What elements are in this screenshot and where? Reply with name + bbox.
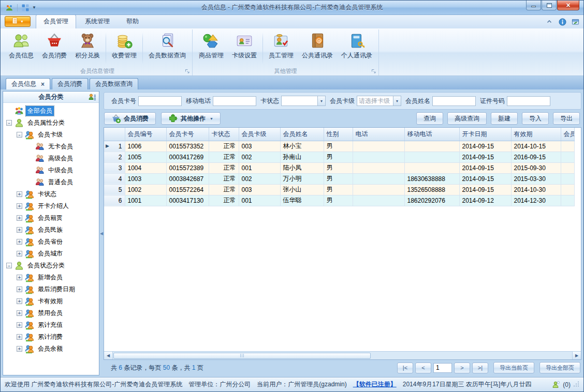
tree-item-member-attr-category[interactable]: -会员属性分类 [3,117,99,129]
expander-plus-icon[interactable]: + [17,334,22,340]
tree-item-senior-member[interactable]: 高级会员 [3,153,99,164]
row-header[interactable]: 6 [104,195,125,206]
grid-cell[interactable]: 2014-09-15 [459,184,511,195]
tree-item-member-balance[interactable]: +会员余额 [3,343,99,355]
tree-item-member-native-place[interactable]: +会员籍贯 [3,212,99,224]
grid-cell[interactable] [353,173,404,184]
points-exchange-button[interactable]: 积分兑换 [71,31,104,66]
grid-cell[interactable]: 1003 [125,173,166,184]
column-header-card-status[interactable]: 卡状态 [209,128,239,141]
column-header-open-card-date[interactable]: 开卡日期 [459,128,511,141]
grid-cell[interactable] [353,152,404,162]
tree-item-card-status[interactable]: +卡状态 [3,188,99,200]
grid-cell[interactable]: 001 [239,162,280,173]
grid-cell[interactable] [353,162,404,173]
grid-cell[interactable]: 2014-10-15 [511,141,561,152]
public-contacts-button[interactable]: @公共通讯录 [298,31,337,66]
expander-plus-icon[interactable]: + [17,287,22,292]
grid-cell[interactable] [404,152,459,162]
tree-item-last-consume-date[interactable]: +最后消费日期 [3,283,99,295]
advanced-query-button[interactable]: 高级查询 [447,112,487,125]
grid-cell[interactable]: 2014-10-30 [511,184,561,195]
tree-item-all-members[interactable]: 全部会员 [3,105,99,117]
grid-cell[interactable]: 正常 [209,141,239,152]
grid-cell[interactable] [353,184,404,195]
new-button[interactable]: 新建 [491,112,518,125]
table-row[interactable]: 410030003842687正常002万小明男186306388882014-… [104,173,574,184]
grid-cell[interactable] [561,173,574,184]
dropdown-arrow-icon[interactable]: ▼ [317,96,325,105]
dropdown-arrow-icon[interactable]: ▼ [393,96,401,105]
tree-item-member-card-level[interactable]: -会员卡级 [3,129,99,141]
tree-item-disabled-member[interactable]: +禁用会员 [3,307,99,319]
first-page-button[interactable]: |< [397,363,413,373]
grid-cell[interactable]: 2014-09-15 [459,173,511,184]
column-header-member-card-no[interactable]: 会员卡号 [166,128,209,141]
grid-cell[interactable] [561,195,574,206]
collapse-ribbon-icon[interactable] [546,18,553,26]
grid-cell[interactable]: 1005 [125,152,166,162]
grid-cell[interactable]: 2015-09-30 [511,162,561,173]
grid-cell[interactable] [353,195,404,206]
ribbon-tab-system-management[interactable]: 系统管理 [77,14,118,28]
tree-item-member-nation[interactable]: +会员民族 [3,224,99,236]
expander-plus-icon[interactable]: + [17,251,22,257]
row-header[interactable]: 2 [104,152,125,162]
grid-cell[interactable] [561,184,574,195]
card-status-combo[interactable]: ▼ [281,96,326,106]
expander-plus-icon[interactable]: + [17,346,22,352]
grid-cell[interactable] [404,162,459,173]
grid-cell[interactable]: 孙南山 [280,152,324,162]
table-row[interactable]: 610010003417130正常001伍华聪男186202920762014-… [104,195,574,206]
grid-cell[interactable]: 林小宝 [280,141,324,152]
grid-cell[interactable]: 1004 [125,162,166,173]
grid-cell[interactable]: 0003417130 [166,195,209,206]
grid-cell[interactable]: 万小明 [280,173,324,184]
card-level-setting-button[interactable]: 卡级设置 [228,31,261,66]
grid-cell[interactable]: 2014-09-15 [459,141,511,152]
grid-cell[interactable]: 正常 [209,162,239,173]
minimize-button[interactable] [526,1,541,10]
software-registered-link[interactable]: 【软件已注册】 [353,380,397,389]
close-button[interactable]: × [557,1,579,10]
ribbon-tab-member-management[interactable]: 会员管理 [36,14,76,28]
tree-item-member-status-category[interactable]: -会员状态分类 [3,260,99,272]
column-header-member-id[interactable]: 会员编号 [125,128,166,141]
resize-grip-icon[interactable] [573,381,579,388]
close-tab-icon[interactable]: × [41,82,45,87]
goods-management-button[interactable]: 商品管理 [195,31,228,66]
dialog-launcher-icon[interactable] [371,69,376,74]
column-header-member-card-level[interactable]: 会员卡级 [239,128,280,141]
member-name-input[interactable] [432,96,476,106]
info-icon[interactable] [559,18,566,26]
scroll-left-icon[interactable]: ◀ [104,352,113,359]
grid-cell[interactable] [353,141,404,152]
grid-cell[interactable]: 18630638888 [404,173,459,184]
tree-item-normal-member[interactable]: 普通会员 [3,176,99,188]
row-header[interactable]: ▶1 [104,141,125,152]
member-card-no-input[interactable] [138,96,182,106]
grid-cell[interactable]: 13526508888 [404,184,459,195]
grid-cell[interactable] [561,162,574,173]
expander-plus-icon[interactable]: + [17,227,22,233]
fee-management-button[interactable]: 收费管理 [108,31,141,66]
scroll-right-icon[interactable]: ▶ [572,352,581,359]
online-user-icon[interactable] [552,381,560,389]
doc-tab-member-consume[interactable]: 会员消费 [52,78,88,89]
grid-cell[interactable]: 男 [324,152,353,162]
expander-plus-icon[interactable]: + [17,310,22,316]
member-consume-button[interactable]: 会员消费 [38,31,71,66]
grid-cell[interactable]: 001 [239,195,280,206]
ribbon-tab-help[interactable]: 帮助 [119,14,147,28]
grid-cell[interactable]: 2015-03-30 [511,173,561,184]
doc-tab-member-info[interactable]: 会员信息× [6,78,50,89]
scrollbar-thumb[interactable] [113,353,371,359]
grid-cell[interactable]: 0003842687 [166,173,209,184]
tree-item-card-introducer[interactable]: +开卡介绍人 [3,200,99,212]
doc-tab-member-data-query[interactable]: 会员数据查询 [90,78,138,89]
maximize-button[interactable] [542,1,557,10]
table-row[interactable]: 310040015572389正常001陆小凤男2014-09-152015-0… [104,162,574,173]
grid-cell[interactable]: 003 [239,141,280,152]
member-info-button[interactable]: 会员信息 [5,31,38,66]
grid-cell[interactable]: 003 [239,184,280,195]
